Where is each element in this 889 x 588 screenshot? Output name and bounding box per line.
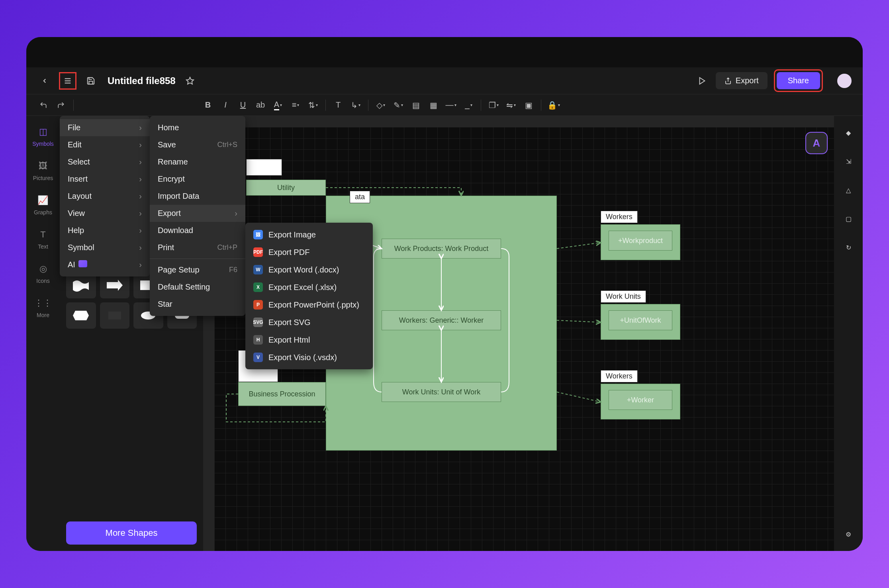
export-pdf[interactable]: PDFExport PDF [245,243,373,261]
menu-encrypt[interactable]: Encrypt [150,171,245,188]
back-button[interactable] [37,74,52,88]
menu-import[interactable]: Import Data [150,188,245,205]
menu-edit[interactable]: Edit› [60,136,150,153]
share-highlight: Share [774,69,823,92]
star-icon[interactable] [183,74,197,88]
export-ppt[interactable]: PExport PowerPoint (.pptx) [245,296,373,314]
more-shapes-button[interactable]: More Shapes [66,521,197,545]
app-frame: Untitled file858 Export Share B I U [26,37,863,551]
settings-bottom-icon[interactable]: ⚙ [841,527,856,541]
play-button[interactable] [695,74,709,88]
redo-icon[interactable] [53,98,69,113]
export-visio[interactable]: VExport Visio (.vsdx) [245,349,373,366]
node-utility[interactable]: Utility [246,180,326,196]
menu-view[interactable]: View› [60,205,150,222]
menu-pagesetup[interactable]: Page SetupF6 [150,261,245,278]
node-blank[interactable] [246,159,282,176]
menu-download[interactable]: Download [150,222,245,239]
menu-insert[interactable]: Insert› [60,171,150,188]
menu-help[interactable]: Help› [60,222,150,239]
main-area: ◫Symbols 🖼Pictures 📈Graphs TText ◎Icons … [26,116,863,551]
svg-marker-4 [699,77,705,84]
visio-file-icon: V [253,353,263,362]
fill-bucket-icon[interactable]: ◆ [841,125,856,140]
menu-symbol[interactable]: Symbol› [60,239,150,256]
svg-marker-3 [186,77,194,84]
menu-select[interactable]: Select› [60,153,150,171]
export-right-icon[interactable]: ⇲ [841,154,856,169]
export-image[interactable]: 🖼Export Image [245,226,373,243]
ai-assistant-button[interactable]: A [805,132,828,154]
label-workers2[interactable]: Workers [601,370,638,382]
topbar-right: Export Share [695,69,852,92]
rail-pictures[interactable]: 🖼Pictures [33,160,53,181]
present-icon[interactable]: ▢ [841,212,856,226]
undo-icon[interactable] [36,98,51,113]
menu-export[interactable]: Export› [150,205,245,222]
label-workunits[interactable]: Work Units [601,290,646,303]
main-menu-button[interactable] [59,72,76,90]
node-workers-generic[interactable]: Workers: Generic:: Worker [382,310,501,330]
svg-marker-35 [73,311,89,320]
history-icon[interactable]: ↻ [841,240,856,255]
menu-save[interactable]: SaveCtrl+S [150,136,245,153]
bold-icon[interactable]: B [200,98,215,113]
highlight-icon[interactable]: ✎ [391,98,406,113]
node-business[interactable]: Business Procession [238,382,326,406]
connector-icon[interactable]: ↳ [348,98,363,113]
align-icon[interactable]: ≡ [288,98,303,113]
label-workers[interactable]: Workers [601,211,638,223]
line-style-icon[interactable]: — [443,98,458,113]
rail-symbols[interactable]: ◫Symbols [32,125,54,147]
shape-dark[interactable] [100,302,130,329]
ppt-file-icon: P [253,300,263,310]
menu-print[interactable]: PrintCtrl+P [150,239,245,256]
layer-icon[interactable]: ❐ [486,98,501,113]
node-work-units[interactable]: Work Units: Unit of Work [382,382,501,402]
node-data-partial[interactable]: ata [350,191,370,203]
file-name[interactable]: Untitled file858 [108,75,176,86]
window-titlebar-gap [26,37,863,67]
menu-ai[interactable]: AI› [60,256,150,273]
menu-rename[interactable]: Rename [150,153,245,171]
menu-layout[interactable]: Layout› [60,188,150,205]
border-grid-icon[interactable]: ▦ [426,98,441,113]
rail-more[interactable]: ⋮⋮More [37,297,49,318]
rail-graphs[interactable]: 📈Graphs [34,194,52,216]
fill-icon[interactable]: ◇ [373,98,388,113]
export-html[interactable]: HExport Html [245,331,373,349]
save-icon[interactable] [84,74,98,88]
line-spacing-icon[interactable]: ⇅ [305,98,321,113]
menu-default[interactable]: Default Setting [150,278,245,296]
menu-home[interactable]: Home [150,119,245,136]
share-button[interactable]: Share [777,72,820,89]
rail-icons[interactable]: ◎Icons [36,263,49,284]
shapes-right-icon[interactable]: △ [841,183,856,197]
export-excel[interactable]: XExport Excel (.xlsx) [245,278,373,296]
user-avatar[interactable] [837,74,852,88]
node-plus-workproduct[interactable]: +Workproduct [609,231,672,251]
lowercase-icon[interactable]: ab [253,98,268,113]
flip-icon[interactable]: ⇋ [503,98,519,113]
node-work-products[interactable]: Work Products: Work Product [382,239,501,259]
underline-icon[interactable]: U [235,98,251,113]
lock-icon[interactable]: 🔒 [546,98,561,113]
export-button[interactable]: Export [716,72,768,89]
text-tool-icon[interactable]: T [331,98,346,113]
font-color-icon[interactable]: A [270,98,286,113]
menu-file[interactable]: File› [60,119,150,136]
italic-icon[interactable]: I [218,98,233,113]
shape-hex2[interactable] [66,302,96,329]
border-all-icon[interactable]: ▤ [408,98,423,113]
svg-line-42 [557,320,601,322]
export-svg[interactable]: SVGExport SVG [245,314,373,331]
group-icon[interactable]: ▣ [521,98,536,113]
svg-file-icon: SVG [253,318,263,327]
menu-star[interactable]: Star [150,296,245,313]
node-plus-uow[interactable]: +UnitOfWork [609,310,672,330]
node-plus-worker[interactable]: +Worker [609,390,672,410]
excel-file-icon: X [253,282,263,292]
export-word[interactable]: WExport Word (.docx) [245,261,373,278]
line-weight-icon[interactable]: ⎯ [461,98,476,113]
rail-text[interactable]: TText [37,228,49,250]
